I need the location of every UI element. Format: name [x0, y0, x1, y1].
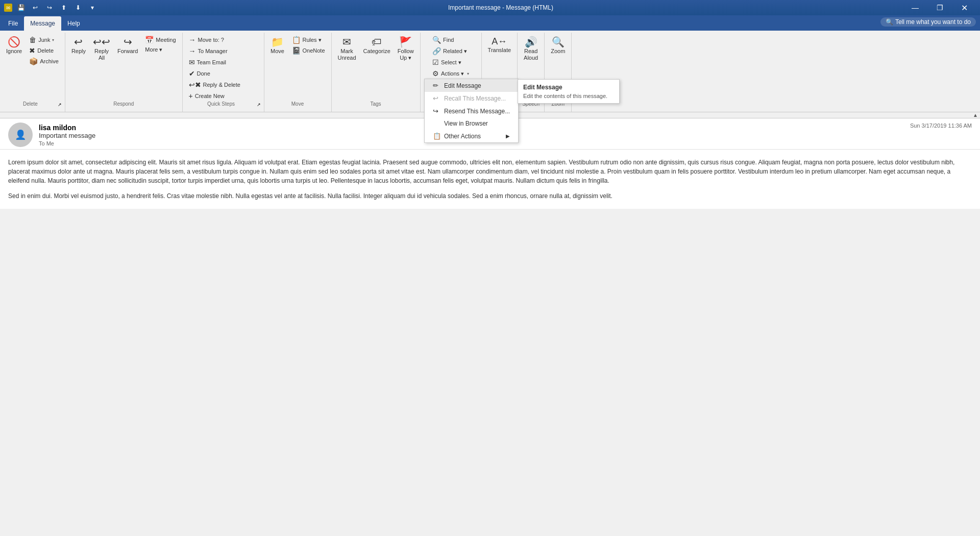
reply-button[interactable]: ↩ Reply [68, 35, 89, 57]
email-body-paragraph-2: Sed in enim dui. Morbi vel euismod justo… [8, 191, 972, 201]
delete-icon: ✖ [29, 46, 35, 55]
select-button[interactable]: ☑ Select ▾ [429, 57, 464, 67]
respond-col: 📅 Meeting More ▾ [142, 35, 179, 54]
follow-up-button[interactable]: 🚩 FollowUp ▾ [395, 35, 417, 63]
ribbon-group-respond-content: ↩ Reply ↩↩ ReplyAll ↪ Forward 📅 Meeting … [68, 35, 179, 101]
translate-button[interactable]: A↔ Translate [485, 35, 514, 56]
app-icon: ✉ [4, 4, 12, 12]
qat-up[interactable]: ⬆ [58, 2, 69, 13]
email-body: Lorem ipsum dolor sit amet, consectetur … [0, 150, 980, 209]
qat-undo-back[interactable]: ↩ [30, 2, 41, 13]
follow-up-icon: 🚩 [399, 37, 412, 47]
moveto-button[interactable]: → Move to: ? [186, 35, 227, 45]
tell-me-box[interactable]: 🔍 Tell me what you want to do [880, 17, 976, 27]
categorize-button[interactable]: 🏷 Categorize [360, 35, 394, 57]
other-actions-arrow: ▶ [506, 133, 510, 139]
ribbon-scroll-up[interactable]: ▲ [973, 112, 978, 118]
read-aloud-button[interactable]: 🔊 ReadAloud [521, 35, 541, 63]
qat-down[interactable]: ⬇ [72, 2, 84, 13]
actions-button[interactable]: ⚙ Actions ▾ ▾ ✏ Edit Message Edit Messag… [429, 68, 472, 79]
rules-button[interactable]: 📋 Rules ▾ [289, 35, 328, 45]
select-icon: ☑ [432, 58, 439, 66]
createnew-button[interactable]: + Create New [186, 91, 228, 101]
edit-message-tooltip: Edit Message Edit the contents of this m… [518, 79, 620, 104]
qat-save[interactable]: 💾 [15, 2, 27, 13]
reply-all-button[interactable]: ↩↩ ReplyAll [90, 35, 113, 63]
delete-group-label-row: Delete ↗ [3, 101, 62, 110]
junk-button[interactable]: 🗑 Junk ▾ [26, 35, 62, 45]
window-controls: — ❐ ✕ [903, 0, 976, 15]
ribbon-group-delete-content: 🚫 Ignore 🗑 Junk ▾ ✖ Delete 📦 Archive [3, 35, 62, 101]
quicksteps-expand[interactable]: ↗ [257, 102, 261, 107]
ribbon-group-find: 🔍 Find 🔗 Related ▾ ☑ Select ▾ ⚙ Actions … [421, 33, 482, 112]
view-browser-item[interactable]: View in Browser [425, 117, 518, 130]
move-col: 📋 Rules ▾ 📓 OneNote [289, 35, 328, 56]
other-actions-item[interactable]: 📋 Other Actions ▶ [425, 130, 518, 142]
actions-dropdown: ✏ Edit Message Edit Message Edit the con… [424, 79, 519, 143]
title-bar: ✉ 💾 ↩ ↪ ⬆ ⬇ ▾ Important message - Messag… [0, 0, 980, 15]
qat-undo-forward[interactable]: ↪ [44, 2, 55, 13]
window-title: Important message - Message (HTML) [98, 4, 903, 11]
ribbon-body: 🚫 Ignore 🗑 Junk ▾ ✖ Delete 📦 Archive [0, 31, 980, 112]
delete-group-expand[interactable]: ↗ [58, 102, 62, 107]
delete-col: 🗑 Junk ▾ ✖ Delete 📦 Archive [26, 35, 62, 66]
other-actions-icon: 📋 [433, 132, 441, 140]
related-icon: 🔗 [432, 47, 441, 55]
to-value: Me [46, 140, 54, 147]
done-icon: ✔ [189, 69, 195, 78]
archive-button[interactable]: 📦 Archive [26, 56, 62, 66]
createnew-icon: + [189, 92, 193, 100]
meeting-button[interactable]: 📅 Meeting [142, 35, 179, 45]
ribbon-group-find-content: 🔍 Find 🔗 Related ▾ ☑ Select ▾ ⚙ Actions … [429, 35, 472, 101]
close-button[interactable]: ✕ [952, 0, 976, 15]
tab-help[interactable]: Help [61, 16, 86, 31]
tell-me-label: Tell me what you want to do [895, 18, 971, 26]
zoom-button[interactable]: 🔍 Zoom [548, 35, 568, 57]
more-respond-button[interactable]: More ▾ [142, 45, 179, 54]
meeting-icon: 📅 [145, 36, 154, 44]
forward-icon: ↪ [124, 37, 132, 47]
mark-unread-button[interactable]: ✉ MarkUnread [335, 35, 359, 63]
ribbon-group-tags: ✉ MarkUnread 🏷 Categorize 🚩 FollowUp ▾ T… [332, 33, 421, 112]
resend-message-icon: ↪ [433, 107, 441, 115]
ignore-icon: 🚫 [8, 37, 20, 47]
restore-button[interactable]: ❐ [928, 0, 951, 15]
minimize-button[interactable]: — [903, 0, 927, 15]
tab-message[interactable]: Message [24, 16, 61, 31]
delete-button[interactable]: ✖ Delete [26, 45, 62, 56]
ribbon-group-delete: 🚫 Ignore 🗑 Junk ▾ ✖ Delete 📦 Archive [0, 33, 65, 112]
email-subject: Important message [39, 132, 95, 139]
onenote-icon: 📓 [292, 46, 301, 55]
sender-avatar: 👤 [8, 123, 33, 147]
email-timestamp: Sun 3/17/2019 11:36 AM [910, 123, 972, 129]
rules-icon: 📋 [292, 36, 301, 44]
edit-message-icon: ✏ [433, 82, 441, 89]
email-meta: lisa mildon Important message To Me [39, 124, 95, 147]
ribbon-group-quicksteps: → Move to: ? → To Manager ✉ Team Email ✔… [183, 33, 264, 112]
related-button[interactable]: 🔗 Related ▾ [429, 46, 470, 56]
tomanager-button[interactable]: → To Manager [186, 46, 231, 56]
zoom-icon: 🔍 [552, 37, 565, 47]
move-button[interactable]: 📁 Move [267, 35, 288, 57]
qat-more[interactable]: ▾ [87, 2, 98, 13]
translate-icon: A↔ [492, 37, 507, 46]
edit-message-item[interactable]: ✏ Edit Message Edit Message Edit the con… [425, 79, 518, 92]
recall-message-item[interactable]: ↩ Recall This Message... [425, 92, 518, 105]
teamemail-icon: ✉ [189, 58, 195, 66]
done-button[interactable]: ✔ Done [186, 68, 213, 79]
find-button[interactable]: 🔍 Find [429, 35, 457, 45]
teamemail-button[interactable]: ✉ Team Email [186, 57, 229, 67]
actions-icon: ⚙ [432, 69, 439, 78]
sender-name: lisa mildon [39, 124, 95, 132]
avatar-icon: 👤 [15, 129, 26, 140]
moveto-icon: → [189, 36, 196, 44]
resend-message-item[interactable]: ↪ Resend This Message... [425, 105, 518, 117]
reply-all-icon: ↩↩ [93, 37, 110, 47]
search-icon: 🔍 [886, 18, 893, 26]
find-icon: 🔍 [432, 36, 441, 44]
tab-file[interactable]: File [2, 16, 24, 31]
replydelete-button[interactable]: ↩✖ Reply & Delete [186, 80, 243, 90]
onenote-button[interactable]: 📓 OneNote [289, 45, 328, 56]
forward-button[interactable]: ↪ Forward [114, 35, 141, 57]
ignore-button[interactable]: 🚫 Ignore [3, 35, 25, 57]
